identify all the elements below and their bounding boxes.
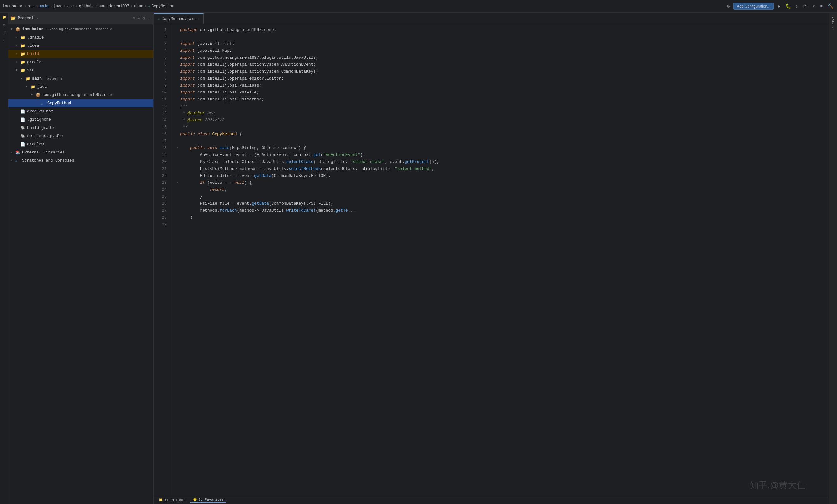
editor-area: ☕ CopyMethod.java ✕ 12345 678910 1112131…	[154, 13, 829, 504]
code-line-13: * @author hyc	[175, 110, 829, 117]
tree-item-idea-dir[interactable]: › 📁 .idea	[8, 42, 153, 50]
bottom-tab-favorites[interactable]: ⭐ 2: Favorites	[190, 497, 226, 503]
item-label: External Libraries	[22, 150, 153, 155]
tree-item-build-gradle[interactable]: 🐘 build.gradle	[8, 124, 153, 132]
code-line-20: PsiClass selectedClass = JavaUtils.selec…	[175, 158, 829, 166]
code-line-15: */	[175, 124, 829, 131]
right-tab-jre[interactable]: JRE...	[830, 13, 836, 33]
add-configuration-button[interactable]: Add Configuration...	[733, 3, 774, 10]
tree-item-settings-gradle[interactable]: 🐘 settings.gradle	[8, 132, 153, 140]
run-with-coverage-icon[interactable]: ▷	[795, 3, 800, 10]
bottom-tab-project-icon: 📁	[159, 498, 163, 502]
profiler-icon[interactable]: ⟳	[802, 3, 808, 10]
package-icon: 📦	[36, 93, 41, 98]
tab-close-icon[interactable]: ✕	[198, 17, 199, 21]
item-label: build.gradle	[27, 126, 153, 130]
bottom-tab-favorites-icon: ⭐	[193, 497, 197, 502]
tree-item-gradle-dir[interactable]: › 📁 .gradle	[8, 34, 153, 42]
tree-item-gradlew-bat[interactable]: 📄 gradlew.bat	[8, 107, 153, 116]
folder-icon: 📁	[20, 60, 26, 65]
bottom-tab-favorites-label: 2: Favorites	[198, 498, 224, 502]
item-label: gradle	[27, 60, 153, 64]
folder-icon: 📁	[20, 68, 26, 73]
close-panel-icon[interactable]: −	[147, 15, 151, 21]
settings-icon[interactable]: ⚙	[142, 15, 146, 21]
editor-tab-copymethod[interactable]: ☕ CopyMethod.java ✕	[154, 13, 203, 24]
folder-icon: 📁	[20, 52, 26, 57]
tree-item-build-dir[interactable]: › 📁 build	[8, 50, 153, 58]
item-label: gradlew	[27, 142, 153, 147]
run-icon[interactable]: ⚙	[726, 3, 731, 10]
play-icon[interactable]: ▶	[776, 3, 781, 10]
folder-icon: 📁	[20, 35, 26, 40]
item-label: gradlew.bat	[27, 109, 153, 114]
arrow: ›	[11, 159, 15, 162]
arrow: ›	[11, 151, 15, 154]
java-file-icon: ☕	[41, 101, 47, 106]
tree-item-gradle-folder[interactable]: › 📁 gradle	[8, 58, 153, 66]
root-label: incubator ~ /coding/java/incubator maste…	[22, 27, 153, 32]
panel-dropdown-icon[interactable]: ▾	[36, 16, 38, 20]
tree-item-copymethod[interactable]: ☕ CopyMethod	[8, 99, 153, 107]
code-line-10: import com.intellij.psi.PsiFile;	[175, 89, 829, 96]
code-line-19: AnActionEvent event = (AnActionEvent) co…	[175, 152, 829, 158]
tree-item-scratches[interactable]: › ✏ Scratches and Consoles	[8, 157, 153, 165]
folder-icon: 📁	[25, 76, 31, 81]
build-icon[interactable]: 🔨	[826, 3, 835, 10]
bc-copymethod[interactable]: CopyMethod	[152, 4, 174, 8]
expand-arrow: ▼	[11, 28, 15, 31]
panel-title: Project	[18, 16, 34, 20]
bc-com[interactable]: com	[67, 4, 74, 8]
line-numbers: 12345 678910 1112131415 1617181920 21222…	[154, 24, 170, 495]
bc-incubator[interactable]: incubator	[2, 4, 23, 8]
structure-tab[interactable]: S	[1, 21, 7, 29]
tree-root-item[interactable]: ▼ 📦 incubator ~ /coding/java/incubator m…	[8, 25, 153, 34]
tree-item-src[interactable]: ▼ 📁 src	[8, 66, 153, 75]
code-line-14: * @since 2021/2/8	[175, 117, 829, 124]
item-label: settings.gradle	[27, 134, 153, 138]
stop-icon[interactable]: ■	[819, 3, 824, 10]
gradle-file-icon: 🐘	[20, 126, 26, 130]
code-line-1: package com.github.huangdaren1997.demo;	[175, 26, 829, 34]
bottom-tab-project[interactable]: 📁 1: Project	[156, 497, 188, 502]
tree-item-main[interactable]: ▼ 📁 main master/ ∅	[8, 75, 153, 83]
bc-java[interactable]: java	[53, 4, 63, 8]
tree-item-gitignore[interactable]: 📄 .gitignore	[8, 116, 153, 124]
code-line-25: }	[175, 193, 829, 200]
dropdown-icon[interactable]: ▾	[811, 3, 816, 10]
breadcrumb: incubator › src › main › java › com › gi…	[2, 4, 174, 8]
tree-item-external-libraries[interactable]: › 📚 External Libraries	[8, 148, 153, 157]
bc-github[interactable]: github	[79, 4, 93, 8]
bottom-tab-project-label: 1: Project	[164, 498, 185, 502]
code-line-23: ▾ if (editor == null) {	[175, 179, 829, 186]
editor-tabs: ☕ CopyMethod.java ✕	[154, 13, 829, 24]
code-line-17	[175, 138, 829, 145]
item-label: src	[27, 68, 153, 73]
code-line-11: import com.intellij.psi.PsiMethod;	[175, 96, 829, 103]
code-line-16: public class CopyMethod {	[175, 131, 829, 138]
collapse-all-icon[interactable]: ≡	[137, 15, 141, 21]
item-label: Scratches and Consoles	[22, 158, 153, 163]
tree-item-gradlew[interactable]: 📄 gradlew	[8, 140, 153, 148]
code-line-7: import com.intellij.openapi.actionSystem…	[175, 68, 829, 75]
library-icon: 📚	[16, 150, 21, 155]
debug-icon[interactable]: 🐛	[784, 3, 792, 10]
bc-main[interactable]: main	[39, 4, 49, 8]
top-bar-actions: ⚙ Add Configuration... ▶ 🐛 ▷ ⟳ ▾ ■ 🔨	[726, 3, 835, 10]
bc-demo[interactable]: demo	[134, 4, 143, 8]
tree-item-package[interactable]: ▼ 📦 com.github.huangdaren1997.demo	[8, 91, 153, 99]
project-tab[interactable]: 📁	[1, 14, 7, 21]
top-bar: incubator › src › main › java › com › gi…	[0, 0, 837, 13]
pull-requests-tab[interactable]: ⤴	[1, 37, 7, 43]
code-content[interactable]: package com.github.huangdaren1997.demo; …	[170, 24, 829, 495]
code-line-4: import java.util.Map;	[175, 48, 829, 54]
bc-src[interactable]: src	[28, 4, 35, 8]
locate-file-icon[interactable]: ⊕	[132, 15, 136, 21]
commit-tab[interactable]: ⎇	[1, 29, 7, 36]
bc-huangdaren1997[interactable]: huangdaren1997	[97, 4, 129, 8]
code-line-2	[175, 34, 829, 40]
panel-header-icons: ⊕ ≡ ⚙ −	[132, 15, 151, 21]
arrow: ›	[16, 61, 20, 64]
tree-item-java[interactable]: ▼ 📁 java	[8, 83, 153, 91]
arrow: ›	[16, 44, 20, 48]
